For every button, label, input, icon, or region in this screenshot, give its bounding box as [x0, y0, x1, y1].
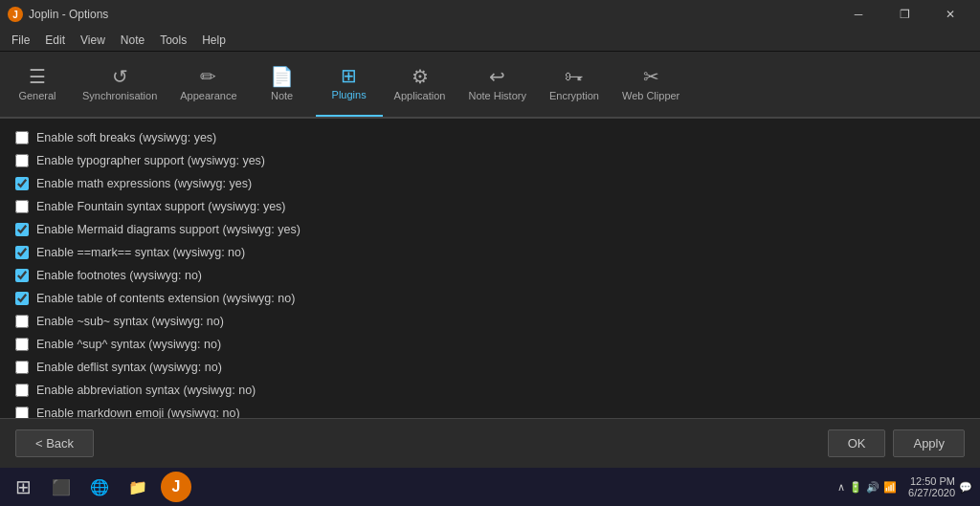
checkbox-row: Enable footnotes (wysiwyg: no): [15, 264, 965, 287]
checkbox-row: Enable math expressions (wysiwyg: yes): [15, 172, 965, 195]
encryption-icon: 🗝: [565, 67, 584, 86]
appearance-label: Appearance: [180, 90, 236, 101]
maximize-button[interactable]: ❐: [882, 0, 926, 29]
checkbox-row: Enable abbreviation syntax (wysiwyg: no): [15, 379, 965, 402]
taskbar-app-2[interactable]: 🌐: [84, 472, 115, 502]
system-tray: ∧ 🔋 🔊 📶: [837, 481, 897, 494]
checkbox-row: Enable deflist syntax (wysiwyg: no): [15, 356, 965, 379]
checkbox-9[interactable]: [15, 338, 29, 351]
menu-item-note[interactable]: Note: [113, 32, 152, 49]
taskbar-app-1[interactable]: ⬛: [46, 472, 77, 502]
menu-item-file[interactable]: File: [4, 32, 37, 49]
footer: < Back OK Apply: [0, 418, 980, 468]
checkbox-label-8: Enable ~sub~ syntax (wysiwyg: no): [36, 315, 224, 328]
checkbox-row: Enable markdown emoji (wysiwyg: no): [15, 402, 965, 418]
checkbox-8[interactable]: [15, 315, 29, 328]
menu-item-tools[interactable]: Tools: [152, 32, 194, 49]
checkbox-label-11: Enable abbreviation syntax (wysiwyg: no): [36, 384, 256, 397]
plugins-label: Plugins: [332, 89, 367, 100]
tab-plugins[interactable]: ⊞Plugins: [316, 52, 383, 117]
web-clipper-icon: ✂: [643, 67, 659, 86]
note-icon: 📄: [270, 67, 294, 86]
taskbar-app-3[interactable]: 📁: [122, 472, 153, 502]
web-clipper-label: Web Clipper: [622, 90, 679, 101]
checkbox-0[interactable]: [15, 131, 29, 144]
application-icon: ⚙: [412, 67, 429, 86]
checkbox-row: Enable table of contents extension (wysi…: [15, 287, 965, 310]
appearance-icon: ✏: [200, 67, 216, 86]
tab-note-history[interactable]: ↩Note History: [457, 52, 538, 117]
close-button[interactable]: ✕: [928, 0, 972, 29]
checkbox-label-1: Enable typographer support (wysiwyg: yes…: [36, 154, 265, 167]
tray-icon-battery: 🔋: [849, 481, 862, 494]
checkbox-4[interactable]: [15, 223, 29, 236]
menu-item-view[interactable]: View: [73, 32, 113, 49]
title-bar-left: J Joplin - Options: [8, 7, 108, 22]
checkbox-10[interactable]: [15, 361, 29, 374]
checkbox-5[interactable]: [15, 246, 29, 259]
taskbar-app-0[interactable]: ⊞: [8, 472, 38, 502]
tab-encryption[interactable]: 🗝Encryption: [538, 52, 611, 117]
app-icon: J: [8, 7, 23, 22]
taskbar-app-4[interactable]: J: [161, 472, 191, 502]
taskbar-clock: 12:50 PM 6/27/2020: [908, 475, 955, 498]
tab-application[interactable]: ⚙Application: [383, 52, 457, 117]
application-label: Application: [394, 90, 446, 101]
synchronisation-label: Synchronisation: [82, 90, 157, 101]
checkbox-label-7: Enable table of contents extension (wysi…: [36, 292, 295, 305]
title-bar: J Joplin - Options ─ ❐ ✕: [0, 0, 980, 29]
checkbox-3[interactable]: [15, 200, 29, 213]
checkbox-label-4: Enable Mermaid diagrams support (wysiwyg…: [36, 223, 301, 236]
content-area: Enable soft breaks (wysiwyg: yes)Enable …: [0, 119, 980, 418]
checkbox-label-6: Enable footnotes (wysiwyg: no): [36, 269, 202, 282]
minimize-button[interactable]: ─: [836, 0, 880, 29]
checkbox-label-3: Enable Fountain syntax support (wysiwyg:…: [36, 200, 286, 213]
checkbox-label-2: Enable math expressions (wysiwyg: yes): [36, 177, 252, 190]
checkbox-12[interactable]: [15, 407, 29, 418]
window-controls: ─ ❐ ✕: [836, 0, 972, 29]
taskbar: ⊞⬛🌐📁J ∧ 🔋 🔊 📶 12:50 PM 6/27/2020 💬: [0, 468, 980, 506]
checkbox-label-9: Enable ^sup^ syntax (wysiwyg: no): [36, 338, 221, 351]
checkbox-row: Enable ==mark== syntax (wysiwyg: no): [15, 241, 965, 264]
note-label: Note: [271, 90, 293, 101]
checkbox-1[interactable]: [15, 154, 29, 167]
tab-note[interactable]: 📄Note: [249, 52, 316, 117]
tab-synchronisation[interactable]: ↺Synchronisation: [71, 52, 168, 117]
checkbox-row: Enable ~sub~ syntax (wysiwyg: no): [15, 310, 965, 333]
taskbar-right: ∧ 🔋 🔊 📶 12:50 PM 6/27/2020 💬: [837, 475, 972, 498]
checkbox-6[interactable]: [15, 269, 29, 282]
checkbox-11[interactable]: [15, 384, 29, 397]
checkbox-row: Enable ^sup^ syntax (wysiwyg: no): [15, 333, 965, 356]
general-label: General: [18, 90, 56, 101]
menu-item-help[interactable]: Help: [194, 32, 234, 49]
note-history-label: Note History: [468, 90, 526, 101]
tab-general[interactable]: ☰General: [4, 52, 71, 117]
checkbox-2[interactable]: [15, 177, 29, 190]
checkbox-row: Enable Fountain syntax support (wysiwyg:…: [15, 195, 965, 218]
checkbox-label-0: Enable soft breaks (wysiwyg: yes): [36, 131, 216, 144]
checkbox-row: Enable Mermaid diagrams support (wysiwyg…: [15, 218, 965, 241]
tab-web-clipper[interactable]: ✂Web Clipper: [611, 52, 691, 117]
menu-bar: FileEditViewNoteToolsHelp: [0, 29, 980, 52]
tray-icon-network: 📶: [883, 481, 897, 494]
tab-appearance[interactable]: ✏Appearance: [168, 52, 248, 117]
note-history-icon: ↩: [489, 67, 505, 86]
checkbox-label-12: Enable markdown emoji (wysiwyg: no): [36, 407, 240, 418]
apply-button[interactable]: Apply: [893, 429, 965, 457]
tray-icon-volume: 🔊: [866, 481, 880, 494]
ok-button[interactable]: OK: [828, 429, 886, 457]
synchronisation-icon: ↺: [112, 67, 128, 86]
taskbar-left: ⊞⬛🌐📁J: [8, 472, 191, 502]
taskbar-date-value: 6/27/2020: [908, 487, 955, 498]
taskbar-time-value: 12:50 PM: [908, 475, 955, 487]
menu-item-edit[interactable]: Edit: [37, 32, 73, 49]
checkbox-row: Enable soft breaks (wysiwyg: yes): [15, 126, 965, 149]
tray-icon-chevron: ∧: [837, 481, 845, 494]
checkbox-row: Enable typographer support (wysiwyg: yes…: [15, 149, 965, 172]
checkbox-label-5: Enable ==mark== syntax (wysiwyg: no): [36, 246, 245, 259]
notification-icon: 💬: [959, 481, 972, 494]
checkbox-7[interactable]: [15, 292, 29, 305]
window-title: Joplin - Options: [29, 8, 108, 21]
general-icon: ☰: [29, 67, 46, 86]
back-button[interactable]: < Back: [15, 429, 94, 457]
